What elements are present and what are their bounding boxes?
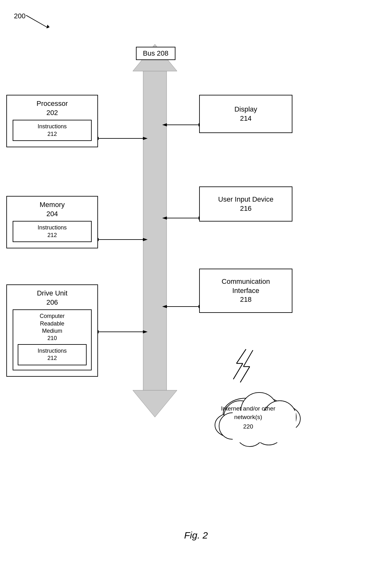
memory-number: 204 — [10, 210, 94, 219]
crmbox: ComputerReadableMedium 210 Instructions … — [13, 309, 92, 370]
memory-title: Memory — [10, 200, 94, 210]
svg-line-21 — [236, 349, 246, 363]
userinput-box: User Input Device 216 — [199, 186, 292, 222]
driveunit-box: Drive Unit 206 ComputerReadableMedium 21… — [6, 284, 98, 377]
svg-line-23 — [233, 363, 243, 379]
svg-rect-0 — [143, 70, 167, 392]
svg-line-41 — [26, 15, 48, 28]
memory-instructions-label: Instructions — [16, 224, 88, 231]
fig-label-200: 200 — [14, 12, 26, 20]
processor-instructions-number: 212 — [16, 131, 88, 138]
svg-marker-11 — [143, 330, 148, 333]
display-number: 214 — [203, 114, 289, 123]
driveunit-number: 206 — [10, 298, 94, 307]
bus-label-box: Bus 208 — [136, 47, 175, 60]
processor-instructions-box: Instructions 212 — [13, 120, 92, 141]
memory-instructions-number: 212 — [16, 232, 88, 239]
processor-instructions-label: Instructions — [16, 123, 88, 130]
network-label: Internet and/or othernetwork(s) 220 — [199, 405, 297, 431]
diagram-svg — [0, 0, 392, 566]
comminterface-number: 218 — [203, 295, 289, 304]
driveunit-title: Drive Unit — [10, 289, 94, 298]
svg-line-33 — [240, 367, 250, 382]
userinput-title: User Input Device — [203, 195, 289, 204]
diagram-container: 200 Bus 208 Processor 202 Instructions 2… — [0, 0, 392, 566]
driveunit-instructions-label: Instructions — [21, 347, 83, 355]
driveunit-instructions-number: 212 — [21, 355, 83, 362]
svg-line-31 — [243, 350, 253, 367]
svg-marker-2 — [133, 390, 177, 417]
comminterface-box: CommunicationInterface 218 — [199, 269, 292, 313]
memory-box: Memory 204 Instructions 212 — [6, 196, 98, 248]
svg-marker-16 — [162, 216, 167, 220]
comminterface-title: CommunicationInterface — [203, 277, 289, 295]
userinput-number: 216 — [203, 204, 289, 213]
processor-box: Processor 202 Instructions 212 — [6, 95, 98, 147]
driveunit-instructions-box: Instructions 212 — [18, 344, 87, 365]
display-title: Display — [203, 105, 289, 114]
display-box: Display 214 — [199, 95, 292, 133]
svg-marker-42 — [46, 25, 50, 28]
processor-title: Processor — [10, 99, 94, 108]
svg-marker-13 — [162, 123, 167, 126]
memory-instructions-box: Instructions 212 — [13, 221, 92, 242]
fig-caption: Fig. 2 — [0, 530, 392, 541]
processor-number: 202 — [10, 108, 94, 118]
crm-number: 210 — [16, 335, 88, 342]
svg-marker-5 — [143, 137, 148, 140]
svg-marker-19 — [162, 305, 167, 308]
svg-marker-8 — [143, 238, 148, 241]
crm-label: ComputerReadableMedium — [16, 313, 88, 335]
